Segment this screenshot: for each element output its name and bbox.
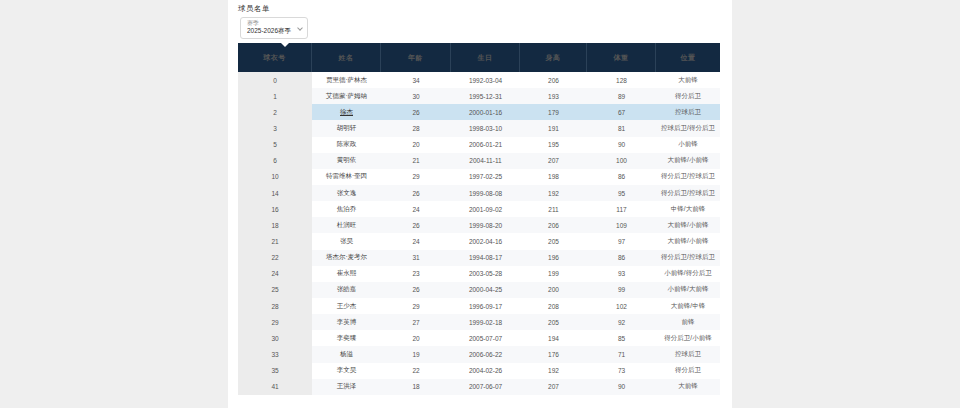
jersey-value: 33 (271, 351, 278, 358)
weight-value: 73 (618, 367, 625, 374)
player-name-link[interactable]: 崔永熙 (337, 269, 357, 278)
age-cell: 26 (381, 104, 451, 120)
birthday-value: 2007-06-07 (469, 383, 502, 390)
birthday-cell: 1992-03-04 (451, 72, 520, 88)
height-value: 192 (548, 367, 559, 374)
weight-value: 95 (618, 190, 625, 197)
position-value: 控球后卫 (675, 108, 701, 117)
table-row[interactable]: 30李奕臻202005-07-0719485得分后卫/小前锋 (238, 330, 720, 346)
player-name-link[interactable]: 张皓嘉 (337, 285, 357, 294)
position-cell: 小前锋/大前锋 (656, 282, 720, 298)
jersey-value: 16 (271, 206, 278, 213)
player-name-link[interactable]: 胡明轩 (337, 124, 357, 133)
player-name-link[interactable]: 焦泊乔 (337, 205, 357, 214)
name-cell[interactable]: 黄明依 (312, 153, 381, 169)
season-dropdown[interactable]: 赛季 2025-2026赛季 (240, 17, 308, 39)
player-name-link[interactable]: 特雷维林·奎因 (326, 172, 367, 181)
table-row[interactable]: 14张文逸261999-08-0819295得分后卫/控球后卫 (238, 185, 720, 201)
name-cell[interactable]: 特雷维林·奎因 (312, 169, 381, 185)
table-row[interactable]: 16焦泊乔242001-09-02211117中锋/大前锋 (238, 201, 720, 217)
name-cell[interactable]: 崔永熙 (312, 266, 381, 282)
player-name-link[interactable]: 李英博 (337, 318, 357, 327)
player-name-link[interactable]: 张文逸 (337, 189, 357, 198)
table-row[interactable]: 41王洪泽182007-06-0720790大前锋 (238, 379, 720, 395)
height-value: 199 (548, 270, 559, 277)
name-cell[interactable]: 张皓嘉 (312, 282, 381, 298)
age-cell: 27 (381, 314, 451, 330)
weight-cell: 85 (587, 330, 656, 346)
weight-value: 71 (618, 351, 625, 358)
player-name-link[interactable]: 李文昊 (337, 366, 357, 375)
birthday-value: 1999-08-08 (469, 190, 502, 197)
age-value: 31 (412, 254, 419, 261)
height-value: 207 (548, 157, 559, 164)
weight-value: 117 (616, 206, 626, 213)
table-row[interactable]: 5陈家政202006-01-2119590小前锋 (238, 137, 720, 153)
weight-cell: 99 (587, 282, 656, 298)
player-name-link[interactable]: 艾德蒙·萨姆纳 (326, 92, 367, 101)
player-name-link[interactable]: 贾里德·萨林杰 (326, 76, 367, 85)
table-row[interactable]: 18杜润旺261999-08-20206109大前锋/小前锋 (238, 217, 720, 233)
age-value: 26 (412, 222, 419, 229)
name-cell[interactable]: 李文昊 (312, 363, 381, 379)
birthday-cell: 2000-04-25 (451, 282, 520, 298)
name-cell[interactable]: 李英博 (312, 314, 381, 330)
table-row[interactable]: 0贾里德·萨林杰341992-03-04206128大前锋 (238, 72, 720, 88)
name-cell[interactable]: 王少杰 (312, 298, 381, 314)
table-row[interactable]: 3胡明轩281998-03-1019181控球后卫/得分后卫 (238, 120, 720, 136)
player-name-link[interactable]: 塔杰尔·麦考尔 (326, 253, 367, 262)
name-cell[interactable]: 贾里德·萨林杰 (312, 72, 381, 88)
weight-cell: 100 (587, 153, 656, 169)
birthday-cell: 1998-03-10 (451, 120, 520, 136)
name-cell[interactable]: 焦泊乔 (312, 201, 381, 217)
header-cell-weight: 体重 (587, 43, 656, 72)
name-cell[interactable]: 塔杰尔·麦考尔 (312, 250, 381, 266)
name-cell[interactable]: 李奕臻 (312, 330, 381, 346)
birthday-value: 2000-01-16 (469, 109, 502, 116)
table-row[interactable]: 6黄明依212004-11-11207100大前锋/小前锋 (238, 153, 720, 169)
name-cell[interactable]: 张文逸 (312, 185, 381, 201)
name-cell[interactable]: 杨溢 (312, 346, 381, 362)
name-cell[interactable]: 徐杰 (312, 104, 381, 120)
player-name-link[interactable]: 李奕臻 (337, 334, 357, 343)
table-row[interactable]: 2徐杰262000-01-1617967控球后卫 (238, 104, 720, 120)
jersey-value: 0 (273, 77, 277, 84)
birthday-cell: 2006-01-21 (451, 137, 520, 153)
table-row[interactable]: 21张昊242002-04-1620597大前锋/小前锋 (238, 233, 720, 249)
table-row[interactable]: 24崔永熙232003-05-2819993小前锋/得分后卫 (238, 266, 720, 282)
age-value: 29 (412, 173, 419, 180)
player-name-link[interactable]: 杜润旺 (337, 221, 357, 230)
player-name-link[interactable]: 王少杰 (337, 302, 357, 311)
table-row[interactable]: 1艾德蒙·萨姆纳301995-12-3119389得分后卫 (238, 88, 720, 104)
table-row[interactable]: 29李英博271999-02-1820592前锋 (238, 314, 720, 330)
weight-value: 99 (618, 286, 625, 293)
table-row[interactable]: 28王少杰291996-09-17208102大前锋/中锋 (238, 298, 720, 314)
height-cell: 208 (520, 298, 587, 314)
table-row[interactable]: 25张皓嘉262000-04-2520099小前锋/大前锋 (238, 282, 720, 298)
player-name-link[interactable]: 黄明依 (337, 156, 357, 165)
height-cell: 179 (520, 104, 587, 120)
name-cell[interactable]: 杜润旺 (312, 217, 381, 233)
player-name-link[interactable]: 杨溢 (340, 350, 353, 359)
name-cell[interactable]: 艾德蒙·萨姆纳 (312, 88, 381, 104)
position-value: 控球后卫/得分后卫 (661, 124, 715, 133)
age-cell: 21 (381, 153, 451, 169)
jersey-cell: 14 (238, 185, 312, 201)
player-name-link[interactable]: 徐杰 (340, 108, 353, 117)
name-cell[interactable]: 王洪泽 (312, 379, 381, 395)
table-row[interactable]: 33杨溢192006-06-2217671控球后卫 (238, 346, 720, 362)
name-cell[interactable]: 胡明轩 (312, 120, 381, 136)
table-row[interactable]: 22塔杰尔·麦考尔311994-08-1719686得分后卫/控球后卫 (238, 250, 720, 266)
age-cell: 26 (381, 217, 451, 233)
height-cell: 199 (520, 266, 587, 282)
name-cell[interactable]: 陈家政 (312, 137, 381, 153)
birthday-cell: 2006-06-22 (451, 346, 520, 362)
birthday-cell: 1997-02-25 (451, 169, 520, 185)
player-name-link[interactable]: 张昊 (340, 237, 353, 246)
player-name-link[interactable]: 陈家政 (337, 140, 357, 149)
player-name-link[interactable]: 王洪泽 (337, 382, 357, 391)
name-cell[interactable]: 张昊 (312, 233, 381, 249)
table-row[interactable]: 10特雷维林·奎因291997-02-2519886得分后卫/控球后卫 (238, 169, 720, 185)
table-row[interactable]: 35李文昊222004-02-2619273得分后卫 (238, 363, 720, 379)
height-cell: 194 (520, 330, 587, 346)
